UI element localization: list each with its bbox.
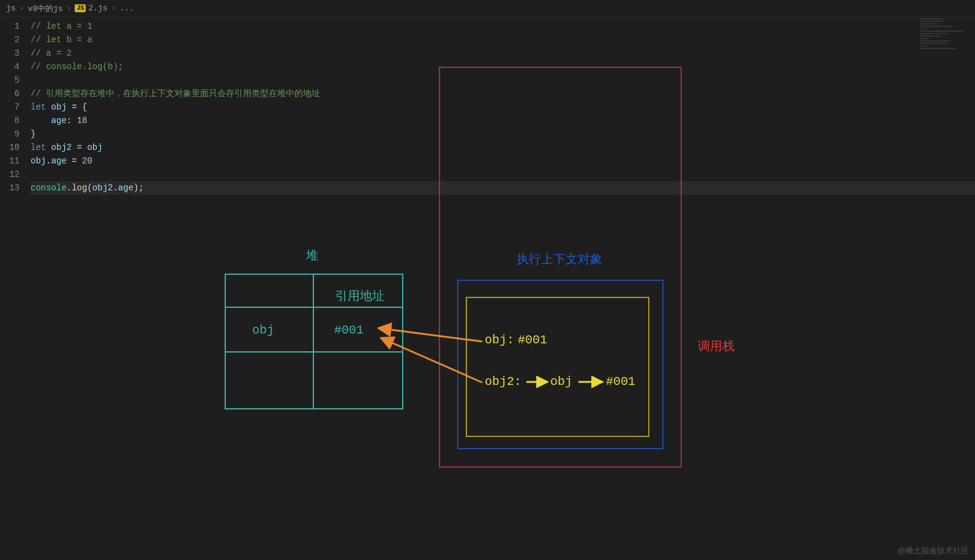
code-line[interactable]: let obj = { (31, 100, 975, 114)
heap-obj-name: obj (252, 323, 274, 337)
code-line[interactable]: // console.log(b); (31, 60, 975, 73)
ctx-obj-key: obj: (485, 333, 514, 347)
line-number: 4 (0, 60, 20, 73)
watermark: @稀土掘金技术社区 (897, 545, 969, 556)
line-number: 10 (0, 141, 20, 154)
code-line[interactable]: } (31, 127, 975, 141)
line-number: 7 (0, 100, 20, 114)
line-number: 13 (0, 181, 20, 195)
line-number: 8 (0, 114, 20, 127)
code-line[interactable]: console.log(obj2.age); (31, 181, 975, 195)
context-label: 执行上下文对象 (517, 251, 602, 267)
ctx-obj-val: #001 (518, 333, 547, 347)
code-line[interactable]: obj.age = 20 (31, 154, 975, 168)
svg-line-7 (378, 328, 482, 342)
ctx-obj2-mid: obj (550, 375, 572, 389)
breadcrumb-item[interactable]: 2.js (88, 4, 107, 13)
breadcrumb-item[interactable]: js (6, 4, 16, 13)
ref-addr-header: 引用地址 (335, 288, 384, 304)
minimap[interactable] (920, 17, 975, 54)
ctx-obj2-key: obj2: (485, 375, 521, 389)
breadcrumb-item[interactable]: v8中的js (28, 3, 62, 14)
code-line[interactable]: // 引用类型存在堆中，在执行上下文对象里面只会存引用类型在堆中的地址 (31, 87, 975, 100)
line-number: 12 (0, 168, 20, 181)
code-line[interactable] (31, 73, 975, 87)
code-line[interactable]: age: 18 (31, 114, 975, 127)
code-content[interactable]: // let a = 1// let b = a// a = 2// conso… (31, 20, 975, 195)
breadcrumb-item[interactable]: ... (120, 4, 134, 13)
code-line[interactable]: // a = 2 (31, 47, 975, 60)
ctx-obj2-val: #001 (606, 375, 635, 389)
line-number: 3 (0, 47, 20, 60)
svg-rect-5 (458, 280, 663, 449)
line-number: 9 (0, 127, 20, 141)
line-number: 6 (0, 87, 20, 100)
line-number: 5 (0, 73, 20, 87)
js-file-icon: JS (75, 4, 86, 12)
svg-line-8 (381, 338, 482, 383)
chevron-right-icon: › (67, 4, 72, 13)
chevron-right-icon: › (20, 4, 24, 13)
code-line[interactable] (31, 168, 975, 181)
code-line[interactable]: // let b = a (31, 33, 975, 47)
line-gutter: 12345678910111213 (0, 20, 31, 195)
line-number: 11 (0, 154, 20, 168)
code-line[interactable]: let obj2 = obj (31, 141, 975, 154)
breadcrumb: js › v8中的js › JS 2.js › ... (0, 0, 975, 17)
line-number: 2 (0, 33, 20, 47)
svg-rect-6 (466, 297, 649, 436)
code-line[interactable]: // let a = 1 (31, 20, 975, 33)
heap-label: 堆 (306, 247, 318, 264)
line-number: 1 (0, 20, 20, 33)
callstack-label: 调用栈 (698, 338, 734, 354)
heap-obj-addr: #001 (334, 323, 364, 337)
chevron-right-icon: › (111, 4, 116, 13)
code-editor[interactable]: 12345678910111213 // let a = 1// let b =… (0, 17, 975, 195)
